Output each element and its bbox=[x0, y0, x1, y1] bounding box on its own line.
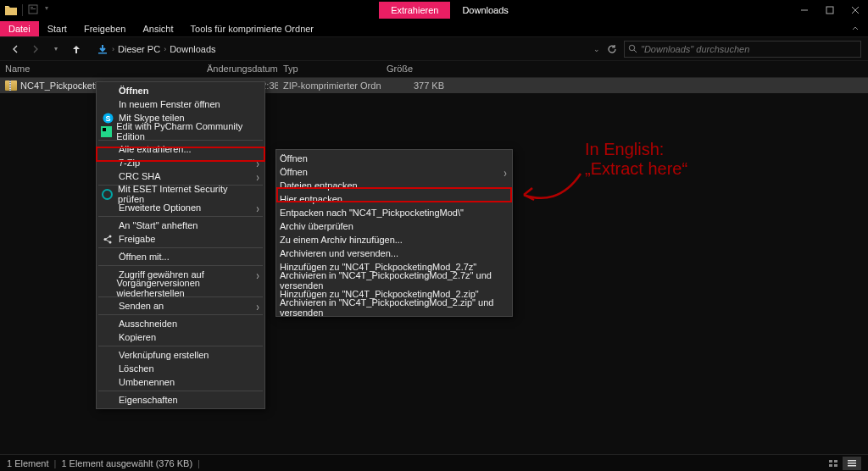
svg-line-9 bbox=[634, 50, 637, 53]
back-button[interactable] bbox=[7, 41, 24, 58]
crumb-this-pc[interactable]: Dieser PC bbox=[118, 44, 160, 54]
ctx-separator bbox=[98, 247, 263, 248]
ctx-open[interactable]: Öffnen bbox=[97, 84, 264, 97]
share-icon bbox=[100, 233, 115, 245]
ctx-extract-all[interactable]: Alle extrahieren... bbox=[97, 142, 264, 156]
sub-compress-7z-send[interactable]: Archivieren in "NC4T_PickpocketingMod_2.… bbox=[276, 274, 512, 287]
pycharm-icon bbox=[100, 125, 113, 137]
svg-rect-12 bbox=[101, 126, 112, 137]
window-title: Downloads bbox=[450, 2, 520, 19]
ctx-properties[interactable]: Eigenschaften bbox=[97, 393, 264, 407]
column-header-type[interactable]: Typ bbox=[278, 61, 381, 77]
ctx-open-with[interactable]: Öffnen mit... bbox=[97, 250, 264, 263]
address-bar: ▾ › Dieser PC › Downloads ⌄ bbox=[0, 37, 868, 61]
annotation-arrow bbox=[517, 169, 585, 208]
view-large-icons-button[interactable] bbox=[824, 457, 843, 470]
eset-icon bbox=[100, 188, 114, 200]
ctx-7zip[interactable]: 7-Zip bbox=[97, 156, 264, 169]
sub-extract-files[interactable]: Dateien entpacken... bbox=[276, 179, 512, 192]
ctx-delete[interactable]: Löschen bbox=[97, 362, 264, 375]
qat-dropdown-icon[interactable]: ▾ bbox=[45, 4, 57, 16]
ribbon-tab-compressed-tools[interactable]: Tools für komprimierte Ordner bbox=[182, 21, 323, 36]
context-menu: Öffnen In neuem Fenster öffnen SMit Skyp… bbox=[96, 81, 265, 409]
context-submenu-7zip: Öffnen Öffnen Dateien entpacken... Hier … bbox=[275, 149, 513, 317]
sub-test-archive[interactable]: Archiv überprüfen bbox=[276, 219, 512, 233]
column-header-size[interactable]: Größe bbox=[381, 61, 449, 77]
title-bar: ▾ Extrahieren Downloads bbox=[0, 0, 868, 20]
ctx-separator bbox=[98, 216, 263, 217]
svg-rect-7 bbox=[98, 53, 107, 54]
search-icon bbox=[628, 44, 637, 53]
ribbon-tab-share[interactable]: Freigeben bbox=[75, 21, 135, 36]
ribbon-tab-file[interactable]: Datei bbox=[0, 21, 39, 36]
svg-rect-20 bbox=[829, 460, 832, 463]
ctx-separator bbox=[98, 346, 263, 346]
zip-file-icon bbox=[5, 80, 17, 91]
sub-extract-here[interactable]: Hier entpacken bbox=[276, 192, 512, 206]
ctx-send-to[interactable]: Senden an bbox=[97, 299, 264, 313]
search-box[interactable] bbox=[624, 41, 861, 58]
view-details-button[interactable] bbox=[843, 457, 861, 470]
ctx-share[interactable]: Freigabe bbox=[97, 232, 264, 246]
ctx-advanced-options[interactable]: Erweiterte Optionen bbox=[97, 201, 264, 214]
sub-compress-send[interactable]: Archivieren und versenden... bbox=[276, 247, 512, 260]
downloads-icon bbox=[97, 43, 108, 55]
refresh-button[interactable] bbox=[604, 41, 620, 58]
svg-rect-2 bbox=[31, 8, 36, 9]
ribbon-tab-view[interactable]: Ansicht bbox=[134, 21, 181, 36]
column-header-name[interactable]: Name bbox=[0, 61, 202, 77]
svg-point-8 bbox=[629, 45, 634, 50]
forward-button[interactable] bbox=[27, 41, 44, 58]
svg-rect-4 bbox=[826, 7, 833, 14]
qat-divider bbox=[22, 4, 23, 16]
maximize-button[interactable] bbox=[817, 0, 843, 20]
file-size-label: 377 KB bbox=[381, 79, 449, 92]
file-type-label: ZIP-komprimierter Ordner bbox=[278, 79, 381, 92]
ctx-copy[interactable]: Kopieren bbox=[97, 330, 264, 344]
crumb-downloads[interactable]: Downloads bbox=[170, 44, 215, 54]
svg-rect-22 bbox=[829, 464, 832, 467]
ctx-eset-scan[interactable]: Mit ESET Internet Security prüfen bbox=[97, 187, 264, 201]
svg-rect-26 bbox=[848, 465, 856, 467]
address-dropdown-button[interactable]: ⌄ bbox=[593, 45, 600, 53]
qat-properties-icon[interactable] bbox=[28, 4, 40, 16]
svg-rect-21 bbox=[834, 460, 837, 463]
chevron-right-icon: › bbox=[164, 45, 166, 53]
breadcrumb-bar[interactable]: › Dieser PC › Downloads bbox=[93, 42, 585, 57]
ctx-edit-pycharm[interactable]: Edit with PyCharm Community Edition bbox=[97, 125, 264, 138]
ctx-crc-sha[interactable]: CRC SHA bbox=[97, 169, 264, 183]
ctx-restore-versions[interactable]: Vorgängerversionen wiederherstellen bbox=[97, 281, 264, 295]
title-context-tabs: Extrahieren Downloads bbox=[379, 2, 520, 19]
ctx-pin-start[interactable]: An "Start" anheften bbox=[97, 219, 264, 232]
ctx-cut[interactable]: Ausschneiden bbox=[97, 317, 264, 330]
ctx-rename[interactable]: Umbenennen bbox=[97, 375, 264, 389]
svg-rect-1 bbox=[31, 7, 33, 8]
sub-open[interactable]: Öffnen bbox=[276, 152, 512, 165]
ribbon-tab-start[interactable]: Start bbox=[39, 21, 75, 36]
svg-rect-23 bbox=[834, 464, 837, 467]
status-bar: 1 Element | 1 Element ausgewählt (376 KB… bbox=[0, 454, 868, 471]
ctx-open-new-window[interactable]: In neuem Fenster öffnen bbox=[97, 97, 264, 111]
ctx-create-shortcut[interactable]: Verknüpfung erstellen bbox=[97, 348, 264, 362]
svg-text:S: S bbox=[105, 114, 110, 122]
context-tab-extract[interactable]: Extrahieren bbox=[379, 2, 450, 19]
up-button[interactable] bbox=[68, 41, 85, 58]
search-input[interactable] bbox=[641, 44, 857, 54]
status-selected: 1 Element ausgewählt (376 KB) bbox=[61, 458, 192, 468]
minimize-button[interactable] bbox=[792, 0, 817, 20]
chevron-right-icon: › bbox=[112, 45, 114, 53]
sub-compress-zip-send[interactable]: Archivieren in "NC4T_PickpocketingMod_2.… bbox=[276, 301, 512, 314]
status-item-count: 1 Element bbox=[7, 458, 49, 468]
ribbon-collapse-button[interactable] bbox=[851, 25, 868, 33]
sub-add-to-archive[interactable]: Zu einem Archiv hinzufügen... bbox=[276, 233, 512, 247]
recent-locations-button[interactable]: ▾ bbox=[47, 41, 64, 58]
column-headers: Name Änderungsdatum Typ Größe bbox=[0, 61, 868, 78]
close-button[interactable] bbox=[843, 0, 868, 20]
column-header-date[interactable]: Änderungsdatum bbox=[202, 61, 278, 77]
folder-icon bbox=[5, 4, 17, 16]
sub-open-as[interactable]: Öffnen bbox=[276, 165, 512, 179]
ctx-separator bbox=[98, 391, 263, 391]
ctx-separator bbox=[98, 314, 263, 315]
sub-extract-to[interactable]: Entpacken nach "NC4T_PickpocketingMod\" bbox=[276, 206, 512, 219]
svg-point-14 bbox=[103, 190, 112, 199]
